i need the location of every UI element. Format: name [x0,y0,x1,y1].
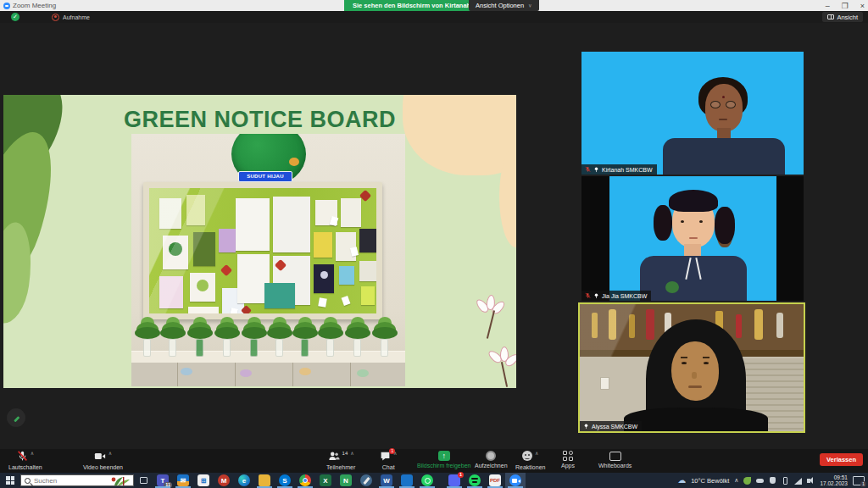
view-options-button[interactable]: Ansicht Optionen ∧ [469,0,539,11]
taskbar-icon-pdf[interactable]: PDF [485,473,505,488]
tray-icon-volume[interactable] [807,477,815,485]
chevron-up-icon[interactable]: ∧ [350,451,353,456]
taskbar-icon-edge[interactable]: e [234,473,254,488]
zoom-app-icon [3,3,10,9]
recording-indicator-icon [52,14,59,21]
participants-button[interactable]: 14 ∧ Teilnehmer [326,451,355,470]
weather-widget[interactable]: 10°C Bewölkt [691,477,729,485]
share-label: Bildschirm freigeben [417,463,470,469]
person-face [705,84,743,131]
stop-video-button[interactable]: ∧ Video beenden [83,451,123,470]
window-title: Zoom Meeting [13,2,56,9]
wall-socket [600,377,609,390]
taskbar-icon-file-explorer[interactable] [254,473,275,488]
task-view-icon [140,477,147,484]
reactions-label: Reaktionen [515,464,545,470]
window-controls: – ❐ × [826,0,865,11]
share-screen-button[interactable]: ↑ Bildschirm freigeben [417,451,470,469]
muted-mic-icon [585,292,591,299]
person-body [640,256,747,301]
taskbar-icon-whatsapp[interactable] [417,473,437,488]
taskbar-icon-skype[interactable]: S [275,473,295,488]
video-tile-alyssa[interactable]: Alyssa SMKCBW [578,302,805,433]
video-tile-jiajia[interactable]: Jia Jia SMKCBW [581,176,804,301]
pin-icon [593,166,599,173]
participant-name-label: Kirtanah SMKCBW [581,164,657,175]
search-highlight-flower-icon [109,476,131,486]
taskbar-icon-compass[interactable] [356,473,376,488]
taskbar-icon-excel[interactable]: X [315,473,336,488]
notification-center-button[interactable]: 1 [853,476,865,485]
start-button[interactable] [0,473,20,488]
tray-expand-icon[interactable]: ∧ [734,478,738,483]
taskbar-icon-word[interactable]: W [376,473,397,488]
weather-temp: 10°C [691,477,705,485]
search-input[interactable] [34,477,93,485]
tray-icon-graphics[interactable] [743,477,751,485]
maximize-button[interactable]: ❐ [842,2,849,10]
chevron-up-icon[interactable]: ∧ [108,451,112,456]
taskbar-icon-spotify[interactable] [465,473,485,488]
video-tile-kirtanah[interactable]: Kirtanah SMKCBW [581,52,804,175]
encryption-shield-icon[interactable]: ✓ [11,13,19,21]
mute-button[interactable]: ∧ Lautschalten [8,451,42,470]
windows-taskbar: T11 ✉ ⊞ M e S X N W 1 PDF ☁ 10°C Bewölkt… [0,473,868,488]
pencil-icon [12,413,21,423]
minimize-button[interactable]: – [826,2,830,10]
shared-screen-slide: GREEN NOTICE BOARD [3,95,516,388]
taskbar-icon-green-app[interactable]: N [336,473,356,488]
taskbar-clock[interactable]: 09:51 17.02.2023 [820,474,848,487]
view-button-label: Ansicht [837,14,858,21]
zoom-toolbar: ∧ Lautschalten ∧ Video beenden 14 ∧ Teil… [0,449,868,473]
taskbar-icon-blue-app[interactable] [397,473,417,488]
close-button[interactable]: × [860,2,865,10]
tray-icon-security-shield[interactable] [769,477,776,485]
tray-icon-network[interactable] [794,477,802,485]
mute-label: Lautschalten [8,464,42,470]
participant-name: Jia Jia SMKCBW [602,293,647,299]
taskbar-icon-mail[interactable]: ✉ [173,473,193,488]
tray-icon-onedrive[interactable] [756,477,764,485]
whiteboards-button[interactable]: Whiteboards [598,451,632,469]
system-tray: ☁ 10°C Bewölkt ∧ 09:51 17.02.2023 1 [677,474,868,487]
record-button[interactable]: Aufzeichnen [475,451,508,469]
chat-button[interactable]: 1 ∧ Chat [380,451,397,470]
camera-icon [94,451,106,462]
date: 17.02.2023 [820,480,848,487]
apps-icon [563,451,573,461]
taskbar-icon-chrome[interactable] [295,473,315,488]
share-screen-icon: ↑ [438,451,450,461]
taskbar-icon-store[interactable]: ⊞ [193,473,214,488]
chevron-up-icon[interactable]: ∧ [31,451,34,456]
taskbar-icon-zoom[interactable] [505,473,526,488]
chevron-up-icon[interactable]: ∧ [535,451,538,456]
recording-label: Aufnahme [63,14,90,20]
tray-icon-phone[interactable] [782,477,789,485]
view-button[interactable]: Ansicht [822,12,863,22]
taskbar-icon-mcafee[interactable]: M [214,473,234,488]
main-stage: GREEN NOTICE BOARD [0,23,868,449]
task-view-button[interactable] [134,473,153,488]
participants-label: Teilnehmer [326,464,355,470]
leave-button[interactable]: Verlassen [820,453,863,466]
participant-name-label: Jia Jia SMKCBW [581,291,651,301]
taskbar-search[interactable] [20,474,134,486]
chat-label: Chat [382,464,395,470]
taskbar-icon-teams[interactable]: T11 [153,473,173,488]
person-body [624,408,768,433]
annotate-button[interactable] [7,408,25,427]
smiley-icon [522,451,532,461]
reactions-button[interactable]: ∧ Reaktionen [515,451,545,470]
participants-count: 14 [342,451,348,456]
taskbar-icon-purple-app[interactable]: 1 [444,473,465,488]
participant-name: Alyssa SMKCBW [592,424,637,430]
logo-badge [289,158,299,166]
participant-name-label: Alyssa SMKCBW [580,421,642,431]
apps-label: Apps [561,463,575,469]
notification-badge: 1 [860,481,866,487]
view-layout-icon [827,14,834,19]
notice-board-frame [143,182,382,319]
pin-icon [593,292,599,299]
person-body [663,138,785,175]
apps-button[interactable]: Apps [561,451,575,469]
